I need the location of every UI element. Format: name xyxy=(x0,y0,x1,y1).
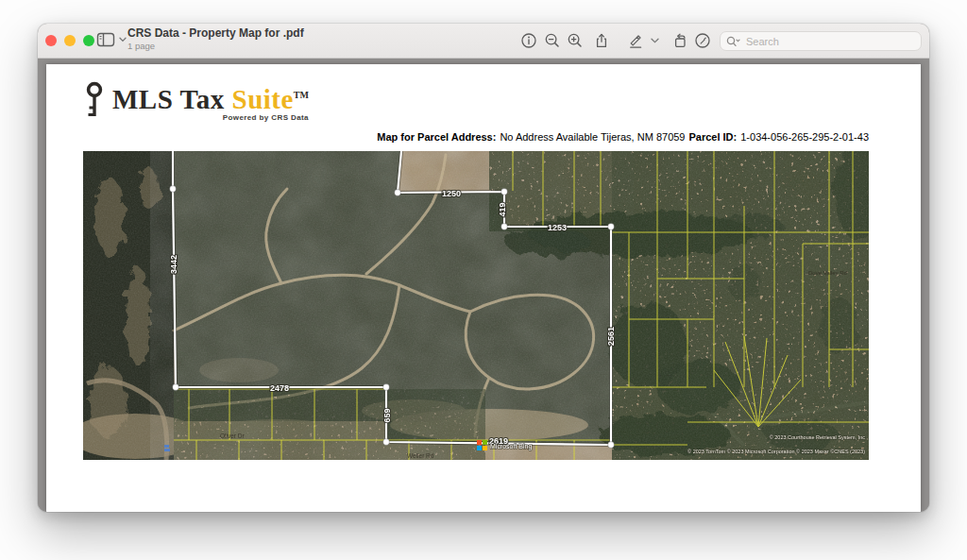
close-button[interactable] xyxy=(45,35,57,46)
markup-dropdown-button[interactable] xyxy=(648,29,661,52)
titlebar: CRS Data - Property Map for .pdf 1 page xyxy=(38,24,929,59)
measurement-3442: 3442 xyxy=(169,255,178,274)
rotate-icon xyxy=(671,32,688,49)
document-area: MLS Tax SuiteTM Powered by CRS Data Map … xyxy=(38,58,929,512)
logo-tagline: Powered by CRS Data xyxy=(112,113,309,122)
markup-button[interactable] xyxy=(624,29,647,52)
logo-brand: MLS Tax xyxy=(112,84,232,114)
search-field[interactable] xyxy=(720,31,922,51)
sidebar-icon xyxy=(96,32,115,47)
road-label-weiler: Weiler Rd xyxy=(407,452,434,459)
pdf-page: MLS Tax SuiteTM Powered by CRS Data Map … xyxy=(46,64,921,512)
address-value: No Address Available Tijeras, NM 87059 xyxy=(500,131,685,143)
markup-pen-icon xyxy=(627,32,644,49)
minimize-button[interactable] xyxy=(64,35,76,46)
info-button[interactable] xyxy=(517,29,540,52)
fullscreen-button[interactable] xyxy=(83,35,94,46)
parcel-id-label: Parcel ID: xyxy=(688,131,737,143)
road-label-oliver: Oliver Dr xyxy=(220,433,245,439)
page-count: 1 page xyxy=(127,42,304,52)
rotate-button[interactable] xyxy=(669,29,691,52)
preview-window: CRS Data - Property Map for .pdf 1 page xyxy=(38,24,929,512)
measurement-1250: 1250 xyxy=(442,189,461,198)
desktop-background: CRS Data - Property Map for .pdf 1 page xyxy=(0,0,967,560)
measurement-659: 659 xyxy=(382,408,392,422)
parcel-map: 1250 419 1253 2561 3442 2478 659 2619 Ol… xyxy=(83,151,869,460)
measurement-2561: 2561 xyxy=(606,327,616,346)
search-input[interactable] xyxy=(744,35,915,48)
traffic-lights xyxy=(45,35,94,46)
parcel-header: Map for Parcel Address:No Address Availa… xyxy=(377,131,869,143)
measurement-419: 419 xyxy=(498,202,507,216)
satellite-map-image: 1250 419 1253 2561 3442 2478 659 2619 Ol… xyxy=(83,151,869,460)
parcel-id-value: 1-034-056-265-295-2-01-43 xyxy=(740,131,869,143)
key-icon xyxy=(83,81,106,121)
zoom-out-button[interactable] xyxy=(541,29,564,52)
sidebar-toggle-button[interactable] xyxy=(96,32,127,47)
bing-watermark-text: Microsoft Bing xyxy=(490,443,532,450)
copyright-crs: © 2023 Courthouse Retrieval System, Inc xyxy=(770,434,866,440)
markup-chevron-icon xyxy=(651,38,659,43)
road-label-dove-valley: Dove Valley Rd xyxy=(808,270,847,276)
logo-text: MLS Tax SuiteTM Powered by CRS Data xyxy=(112,81,309,122)
share-button[interactable] xyxy=(590,29,613,52)
share-icon xyxy=(593,32,610,49)
chevron-down-icon xyxy=(119,37,127,42)
copyright-imagery: © 2023 TomTom © 2023 Microsoft Corporati… xyxy=(687,449,865,454)
logo-tm: TM xyxy=(294,90,309,100)
zoom-in-icon xyxy=(567,32,584,49)
logo-suite: Suite xyxy=(232,84,294,114)
window-title-block: CRS Data - Property Map for .pdf 1 page xyxy=(127,27,304,52)
info-icon xyxy=(520,32,537,49)
zoom-in-button[interactable] xyxy=(564,29,586,52)
annotate-icon xyxy=(694,32,711,49)
annotate-button[interactable] xyxy=(691,29,714,52)
address-label: Map for Parcel Address: xyxy=(377,131,496,143)
measurement-1253: 1253 xyxy=(548,223,567,232)
search-icon xyxy=(726,36,740,47)
window-title: CRS Data - Property Map for .pdf xyxy=(127,27,304,41)
logo-wordmark: MLS Tax SuiteTM xyxy=(112,81,309,113)
zoom-out-icon xyxy=(544,32,561,49)
mls-tax-suite-logo: MLS Tax SuiteTM Powered by CRS Data xyxy=(83,81,309,122)
measurement-2478: 2478 xyxy=(270,383,289,393)
